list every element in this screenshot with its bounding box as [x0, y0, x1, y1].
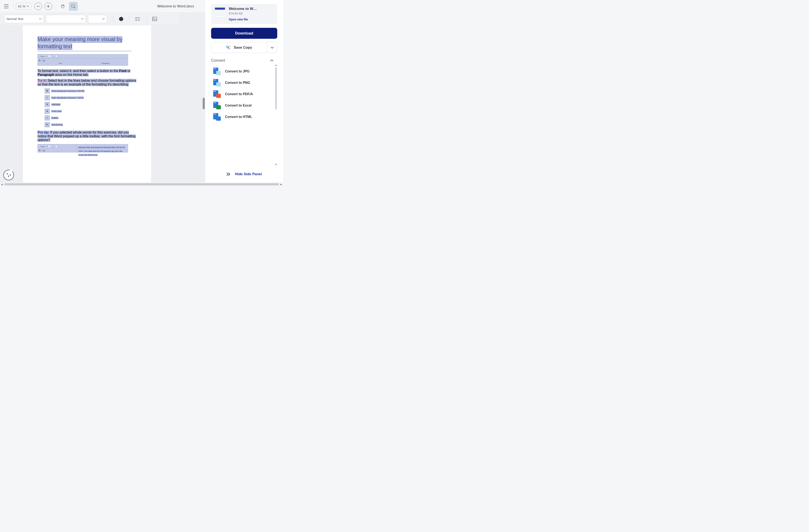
format-icon: ≡	[45, 116, 50, 121]
ribbon-label-font: Font	[38, 63, 83, 66]
chevron-right-double-icon	[226, 173, 231, 176]
convert-scrollbar-thumb[interactable]	[275, 67, 277, 109]
format-example-item: ✎Highlight	[45, 102, 139, 107]
doc-paragraph: Try it: Select text in the lines below a…	[37, 79, 139, 86]
divider	[113, 16, 113, 22]
format-icon: ✎	[45, 102, 50, 107]
convert-option[interactable]: Convert to JPG	[211, 66, 277, 77]
open-new-file-link[interactable]: Open new file	[229, 18, 257, 21]
format-example-item: 1≡Numbering	[45, 122, 139, 127]
convert-icon	[213, 102, 221, 109]
convert-option[interactable]: Convert to PNG	[211, 77, 277, 88]
scroll-up-button[interactable]	[275, 64, 277, 66]
select-tool-button[interactable]	[69, 2, 78, 11]
download-button[interactable]: Download	[211, 28, 277, 39]
doc-paragraph: Between that and keyboard shortcuts like…	[79, 146, 125, 156]
zoom-select[interactable]: 61 %	[16, 3, 31, 10]
format-example-item: AFont color	[45, 109, 139, 114]
mini-toolbar-screenshot: Segoe UI 11 BIU Between that and keyboar…	[37, 144, 128, 153]
font-family-select[interactable]	[46, 15, 86, 23]
convert-icon	[213, 79, 221, 87]
chevron-down-icon	[39, 18, 41, 20]
svg-rect-0	[37, 6, 40, 6]
zoom-out-button[interactable]	[34, 2, 42, 10]
menu-button[interactable]	[2, 2, 11, 11]
convert-label: Convert to HTML	[225, 115, 252, 119]
format-toolbar: Normal Text	[0, 13, 179, 25]
scroll-down-button[interactable]	[275, 163, 277, 165]
vertical-scrollbar-thumb[interactable]	[203, 98, 205, 109]
convert-option[interactable]: Convert to HTML	[211, 111, 277, 123]
paragraph-style-select[interactable]: Normal Text	[4, 15, 44, 23]
doc-paragraph: Pro tip: If you selected whole words for…	[37, 130, 139, 142]
save-copy-icon	[226, 45, 231, 50]
pan-tool-button[interactable]	[58, 2, 67, 11]
convert-option[interactable]: Convert to Excel	[211, 100, 277, 111]
chevron-down-icon	[27, 5, 29, 7]
save-copy-dropdown[interactable]	[267, 42, 277, 53]
save-copy-label: Save Copy	[234, 46, 252, 50]
content-area: Normal Text Make your meaning more visua…	[0, 13, 205, 182]
style-value: Normal Text	[6, 17, 23, 21]
convert-icon	[213, 113, 221, 121]
format-label: Bullets	[51, 117, 58, 119]
format-icon: B	[45, 88, 50, 93]
svg-point-4	[153, 18, 154, 19]
doc-heading: Make your meaning more visual by formatt…	[37, 36, 122, 50]
ribbon2-size: 11	[52, 145, 58, 148]
format-label: Italic (keyboard shortcut: Ctrl+I)	[51, 96, 84, 99]
file-info-card: Welcome to W… 679.84 KB Open new file	[211, 4, 277, 24]
chevron-down-icon	[81, 18, 84, 20]
chevron-down-icon	[271, 47, 274, 49]
convert-header: Convert	[211, 58, 225, 63]
doc-paragraph: To format text, select it, and then sele…	[37, 69, 139, 77]
ribbon-label-paragraph: Paragraph	[83, 63, 128, 66]
line-spacing-button[interactable]	[135, 17, 140, 21]
chevron-down-icon	[102, 18, 105, 20]
horizontal-scrollbar[interactable]: ◀ ▶	[0, 182, 283, 186]
format-icon: 1≡	[45, 122, 50, 127]
convert-option[interactable]: Convert to PDF/A	[211, 88, 277, 100]
convert-icon	[213, 68, 221, 75]
file-size: 679.84 KB	[229, 12, 257, 15]
zoom-value: 61 %	[18, 4, 25, 8]
ribbon-screenshot: Segoe UI 11 BIU Font Paragraph	[37, 54, 128, 66]
ribbon2-font: Segoe UI	[39, 145, 52, 148]
format-label: Numbering	[51, 123, 63, 126]
document-page[interactable]: Make your meaning more visual by formatt…	[23, 25, 151, 182]
format-icon: A	[45, 109, 50, 114]
convert-section: Convert Convert to JPGConvert to PNGConv…	[211, 58, 277, 169]
convert-label: Convert to PDF/A	[225, 92, 253, 96]
file-thumbnail	[214, 7, 226, 17]
collapse-convert-button[interactable]	[270, 59, 273, 61]
format-label: Bold (keyboard shortcut: Ctrl+B)	[51, 90, 85, 92]
divider	[146, 16, 147, 22]
zoom-in-button[interactable]	[45, 2, 52, 10]
cookie-consent-button[interactable]	[3, 170, 14, 180]
insert-image-button[interactable]	[152, 17, 157, 21]
font-size-select[interactable]	[88, 15, 107, 23]
format-example-item: IItalic (keyboard shortcut: Ctrl+I)	[45, 95, 139, 100]
format-label: Highlight	[51, 103, 61, 106]
convert-icon	[213, 90, 221, 98]
save-copy-button[interactable]: Save Copy	[211, 42, 277, 53]
convert-label: Convert to PNG	[225, 81, 250, 85]
divider	[13, 3, 13, 9]
horizontal-scrollbar-thumb[interactable]	[4, 183, 279, 185]
svg-rect-3	[153, 17, 157, 21]
format-label: Font color	[51, 110, 62, 112]
hide-panel-label: Hide Side Panel	[235, 172, 262, 176]
scroll-right-button[interactable]: ▶	[279, 183, 283, 185]
side-panel: Welcome to W… 679.84 KB Open new file Do…	[205, 0, 283, 182]
divider	[129, 16, 130, 22]
format-icon: I	[45, 95, 50, 100]
ribbon-font: Segoe UI	[39, 55, 52, 58]
hide-side-panel-button[interactable]: Hide Side Panel	[211, 169, 277, 179]
file-name: Welcome to W…	[229, 7, 257, 11]
svg-rect-1	[72, 4, 74, 7]
scroll-left-button[interactable]: ◀	[0, 183, 4, 185]
convert-label: Convert to Excel	[225, 104, 252, 107]
text-color-button[interactable]	[119, 17, 123, 21]
ribbon-size: 11	[52, 55, 58, 58]
format-example-item: ≡Bullets	[45, 116, 139, 121]
